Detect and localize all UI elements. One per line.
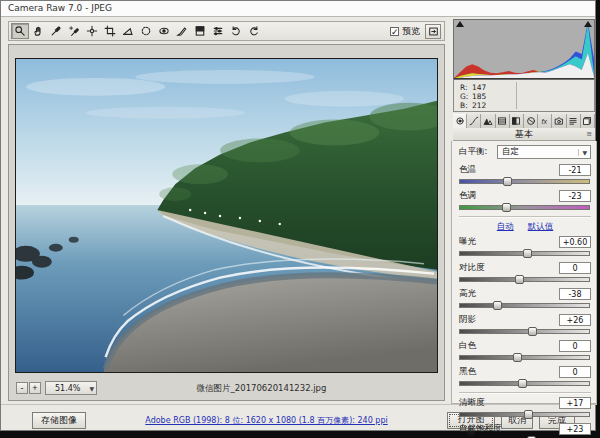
panel-detail-tab[interactable] — [481, 114, 495, 128]
white-balance-select[interactable]: 自定 ▼ — [497, 145, 591, 159]
tint-slider-thumb[interactable] — [502, 203, 511, 212]
preferences-tool-button[interactable] — [209, 23, 227, 39]
title-bar[interactable]: Camera Raw 7.0 - JPEG — [1, 1, 595, 17]
whites-label: 白色 — [459, 340, 476, 352]
whites-value-input[interactable]: 0 — [559, 340, 591, 352]
save-image-button[interactable]: 存储图像 — [32, 412, 86, 429]
contrast-slider[interactable] — [459, 275, 590, 284]
shadow-clipping-icon[interactable] — [456, 21, 464, 27]
workflow-options-link[interactable]: Adobe RGB (1998): 8 位: 1620 x 1080 (1.8 … — [145, 416, 387, 425]
fullscreen-toggle-icon — [428, 26, 439, 37]
exposure-slider-thumb[interactable] — [523, 249, 532, 258]
temperature-label: 色温 — [459, 164, 476, 176]
rotate-left-tool-button[interactable] — [227, 23, 245, 39]
panel-hsl-grayscale-tab[interactable] — [496, 114, 510, 128]
panel-basic-tab[interactable] — [453, 114, 467, 128]
zoom-out-button[interactable]: - — [16, 382, 28, 394]
whites-slider[interactable] — [459, 353, 590, 362]
white-balance-label: 白平衡: — [459, 146, 487, 158]
targeted-adjustment-tool-button[interactable] — [83, 23, 101, 39]
clarity-slider-thumb[interactable] — [524, 410, 533, 419]
whites-row: 白色0 — [459, 340, 591, 352]
red-eye-tool-button[interactable] — [155, 23, 173, 39]
straighten-tool-button[interactable] — [119, 23, 137, 39]
chevron-down-icon: ▼ — [89, 385, 96, 392]
preview-checkbox[interactable]: ✓ 预览 — [390, 25, 420, 38]
toolbar: ✓ 预览 — [8, 21, 445, 41]
temperature-value-input[interactable]: -21 — [559, 164, 591, 176]
auto-link[interactable]: 自动 — [497, 221, 514, 231]
blacks-label: 黑色 — [459, 366, 476, 378]
highlight-clipping-icon[interactable] — [584, 21, 592, 27]
adjustment-brush-tool-icon — [176, 25, 188, 37]
hand-tool-button[interactable] — [29, 23, 47, 39]
blacks-value-input[interactable]: 0 — [559, 366, 591, 378]
shadows-slider[interactable] — [459, 327, 590, 336]
checkbox-checked-icon: ✓ — [390, 27, 399, 36]
default-link[interactable]: 默认值 — [528, 221, 554, 231]
graduated-filter-tool-icon — [194, 25, 206, 37]
rotate-right-tool-button[interactable] — [245, 23, 263, 39]
shadows-slider-thumb[interactable] — [528, 327, 537, 336]
vibrance-value-input[interactable]: +23 — [559, 423, 591, 435]
temperature-slider-thumb[interactable] — [503, 177, 512, 186]
contrast-track — [459, 277, 590, 282]
shadows-label: 阴影 — [459, 314, 476, 326]
exposure-slider[interactable] — [459, 249, 590, 258]
crop-tool-icon — [104, 25, 116, 37]
presets-tab-icon — [568, 116, 578, 126]
blacks-slider-thumb[interactable] — [518, 379, 527, 388]
white-balance-tool-button[interactable] — [47, 23, 65, 39]
hand-tool-icon — [32, 25, 44, 37]
temperature-track — [459, 179, 590, 184]
camera-raw-dialog: Camera Raw 7.0 - JPEG ✓ 预览 — [0, 0, 596, 431]
panel-lens-corrections-tab[interactable] — [524, 114, 538, 128]
white-balance-row: 白平衡: 自定 ▼ — [459, 145, 591, 159]
tint-slider[interactable] — [459, 203, 590, 212]
panel-effects-tab[interactable]: fx — [538, 114, 552, 128]
blacks-row: 黑色0 — [459, 366, 591, 378]
highlights-slider[interactable] — [459, 301, 590, 310]
panel-divider — [459, 392, 591, 394]
panel-tone-curve-tab[interactable] — [467, 114, 481, 128]
panel-divider — [459, 216, 591, 218]
crop-tool-button[interactable] — [101, 23, 119, 39]
adjustments-panel: R:147 G:185 B:212 fx 基本 ≡ 白平衡: 自定 ▼ 色温-2… — [451, 17, 597, 404]
clarity-row: 清晰度+17 — [459, 397, 591, 409]
toggle-fullscreen-button[interactable] — [425, 24, 441, 39]
color-sampler-tool-button[interactable] — [65, 23, 83, 39]
panel-split-toning-tab[interactable] — [510, 114, 524, 128]
histogram[interactable] — [453, 19, 595, 80]
straighten-tool-icon — [122, 25, 134, 37]
preview-label: 预览 — [402, 25, 420, 38]
contrast-slider-thumb[interactable] — [515, 275, 524, 284]
highlights-label: 高光 — [459, 288, 476, 300]
zoom-tool-button[interactable] — [11, 23, 29, 39]
contrast-value-input[interactable]: 0 — [559, 262, 591, 274]
adjustment-brush-tool-button[interactable] — [173, 23, 191, 39]
exposure-value-input[interactable]: +0.60 — [559, 236, 591, 248]
whites-slider-thumb[interactable] — [513, 353, 522, 362]
highlights-value-input[interactable]: -38 — [559, 288, 591, 300]
rotate-right-tool-icon — [248, 25, 260, 37]
g-label: G: — [460, 92, 472, 101]
spot-removal-tool-button[interactable] — [137, 23, 155, 39]
panel-snapshots-tab[interactable] — [581, 114, 595, 128]
panel-camera-calibration-tab[interactable] — [552, 114, 566, 128]
photo-canvas[interactable] — [15, 58, 438, 373]
panel-presets-tab[interactable] — [567, 114, 581, 128]
panel-menu-icon[interactable]: ≡ — [586, 128, 592, 141]
graduated-filter-tool-button[interactable] — [191, 23, 209, 39]
clarity-slider[interactable] — [459, 410, 590, 419]
histogram-chart — [454, 20, 594, 79]
clarity-value-input[interactable]: +17 — [559, 397, 591, 409]
zoom-level-select[interactable]: 51.4% ▼ — [45, 381, 97, 395]
white-balance-value: 自定 — [502, 146, 519, 158]
lens-corrections-tab-icon — [526, 116, 536, 126]
blacks-slider[interactable] — [459, 379, 590, 388]
highlights-slider-thumb[interactable] — [493, 301, 502, 310]
temperature-slider[interactable] — [459, 177, 590, 186]
zoom-in-button[interactable]: + — [29, 382, 41, 394]
tint-value-input[interactable]: -23 — [559, 190, 591, 202]
shadows-value-input[interactable]: +26 — [559, 314, 591, 326]
